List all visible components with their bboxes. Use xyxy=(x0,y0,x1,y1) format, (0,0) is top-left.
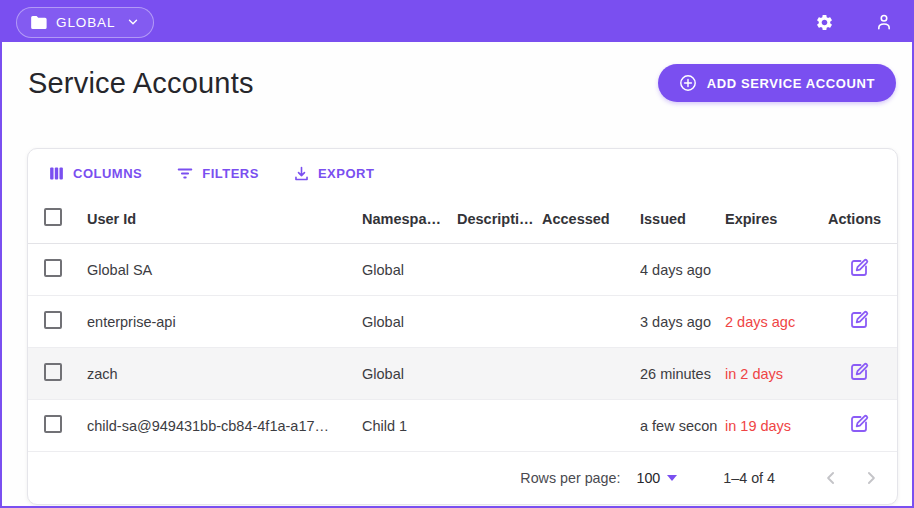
next-page-button[interactable] xyxy=(861,468,881,488)
cell-issued: a few secon xyxy=(640,418,725,434)
column-header-namespace[interactable]: Namespa… xyxy=(362,211,457,227)
org-selector-label: GLOBAL xyxy=(56,15,115,30)
table-header-row: User Id Namespa… Descripti… Accessed Iss… xyxy=(28,194,897,244)
page-header: Service Accounts ADD SERVICE ACCOUNT xyxy=(2,42,912,102)
app-window: GLOBAL Service Accounts ADD xyxy=(0,0,914,508)
column-header-description[interactable]: Descripti… xyxy=(457,211,542,227)
edit-icon xyxy=(847,412,871,436)
caret-down-icon xyxy=(667,475,677,481)
chevron-left-icon xyxy=(821,468,841,488)
cell-namespace: Global xyxy=(362,314,457,330)
cell-expires: in 19 days xyxy=(725,418,828,434)
pagination-range: 1–4 of 4 xyxy=(723,470,775,486)
cell-namespace: Child 1 xyxy=(362,418,457,434)
cell-expires: 2 days agc xyxy=(725,314,828,330)
topbar: GLOBAL xyxy=(2,2,912,42)
rows-per-page-label: Rows per page: xyxy=(520,470,620,486)
table-row: zach Global 26 minutes in 2 days xyxy=(28,348,897,400)
edit-button[interactable] xyxy=(847,256,871,283)
column-header-accessed[interactable]: Accessed xyxy=(542,211,640,227)
edit-icon xyxy=(847,308,871,332)
folder-icon xyxy=(30,15,47,30)
chevron-down-icon xyxy=(126,15,140,29)
edit-button[interactable] xyxy=(847,308,871,335)
pager-controls xyxy=(821,468,881,488)
cell-namespace: Global xyxy=(362,262,457,278)
download-icon xyxy=(293,165,310,182)
table-toolbar: COLUMNS FILTERS EXPORT xyxy=(28,149,897,194)
table-row: Global SA Global 4 days ago xyxy=(28,244,897,296)
cell-user-id: enterprise-api xyxy=(87,314,362,330)
previous-page-button[interactable] xyxy=(821,468,841,488)
add-service-account-button[interactable]: ADD SERVICE ACCOUNT xyxy=(658,64,896,102)
filter-icon xyxy=(176,164,194,182)
org-selector-button[interactable]: GLOBAL xyxy=(16,7,154,38)
table-row: child-sa@949431bb-cb84-4f1a-a17… Child 1… xyxy=(28,400,897,452)
service-accounts-card: COLUMNS FILTERS EXPORT User Id Namespa… … xyxy=(27,148,898,505)
cell-user-id: Global SA xyxy=(87,262,362,278)
table-pagination: Rows per page: 100 1–4 of 4 xyxy=(28,452,897,504)
columns-label: COLUMNS xyxy=(73,166,142,181)
cell-namespace: Global xyxy=(362,366,457,382)
row-checkbox[interactable] xyxy=(44,259,62,277)
add-service-account-label: ADD SERVICE ACCOUNT xyxy=(707,76,875,91)
cell-issued: 4 days ago xyxy=(640,262,725,278)
cell-user-id: zach xyxy=(87,366,362,382)
page-title: Service Accounts xyxy=(28,67,254,100)
table-row: enterprise-api Global 3 days ago 2 days … xyxy=(28,296,897,348)
filters-button[interactable]: FILTERS xyxy=(176,164,259,182)
rows-per-page-select[interactable]: 100 xyxy=(636,470,677,486)
column-header-issued[interactable]: Issued xyxy=(640,211,725,227)
column-header-actions: Actions xyxy=(828,211,881,227)
user-account-button[interactable] xyxy=(874,12,894,32)
row-checkbox[interactable] xyxy=(44,363,62,381)
edit-icon xyxy=(847,360,871,384)
settings-button[interactable] xyxy=(815,13,834,32)
cell-issued: 3 days ago xyxy=(640,314,725,330)
column-header-user-id[interactable]: User Id xyxy=(87,211,362,227)
column-header-expires[interactable]: Expires xyxy=(725,211,828,227)
rows-per-page-value: 100 xyxy=(636,470,660,486)
plus-circle-icon xyxy=(679,74,697,92)
columns-button[interactable]: COLUMNS xyxy=(48,165,142,182)
cell-user-id: child-sa@949431bb-cb84-4f1a-a17… xyxy=(87,418,362,434)
columns-icon xyxy=(48,165,65,182)
row-checkbox[interactable] xyxy=(44,415,62,433)
chevron-right-icon xyxy=(861,468,881,488)
topbar-actions xyxy=(815,12,894,32)
gear-icon xyxy=(815,13,834,32)
edit-icon xyxy=(847,256,871,280)
cell-issued: 26 minutes xyxy=(640,366,725,382)
select-all-checkbox[interactable] xyxy=(44,208,62,226)
edit-button[interactable] xyxy=(847,412,871,439)
row-checkbox[interactable] xyxy=(44,311,62,329)
cell-expires: in 2 days xyxy=(725,366,828,382)
export-label: EXPORT xyxy=(318,166,374,181)
filters-label: FILTERS xyxy=(202,166,259,181)
export-button[interactable]: EXPORT xyxy=(293,165,374,182)
edit-button[interactable] xyxy=(847,360,871,387)
person-icon xyxy=(874,12,894,32)
